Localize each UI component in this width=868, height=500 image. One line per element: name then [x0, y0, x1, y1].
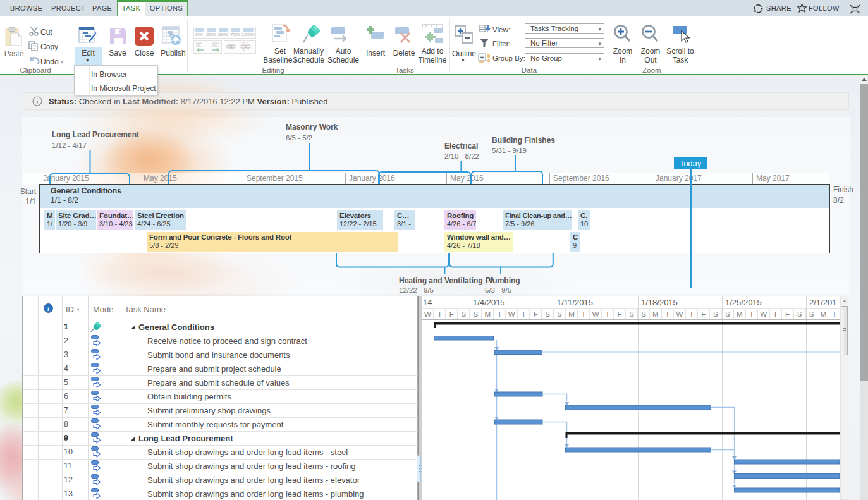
svg-text:Today: Today — [680, 159, 702, 168]
svg-text:25%: 25% — [206, 32, 216, 37]
svg-text:100%: 100% — [241, 32, 254, 37]
svg-text:75%: 75% — [230, 32, 240, 37]
svg-text:0%: 0% — [195, 32, 203, 37]
svg-text:i: i — [47, 305, 49, 312]
svg-text:50%: 50% — [218, 32, 228, 37]
